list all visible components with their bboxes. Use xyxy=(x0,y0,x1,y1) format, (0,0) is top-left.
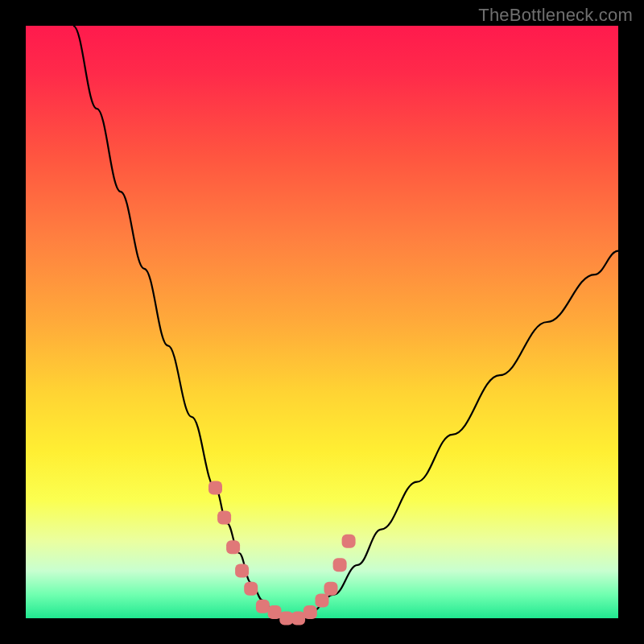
curve-marker xyxy=(244,582,258,596)
bottleneck-curve xyxy=(73,26,618,618)
curve-marker xyxy=(208,481,222,495)
curve-marker xyxy=(333,558,347,572)
curve-marker xyxy=(217,510,231,524)
curve-marker xyxy=(324,582,338,596)
marker-group xyxy=(208,481,356,625)
watermark-text: TheBottleneck.com xyxy=(478,5,633,26)
curve-marker xyxy=(291,612,305,625)
curve-marker xyxy=(235,564,249,578)
curve-marker xyxy=(268,605,282,619)
curve-marker xyxy=(342,535,356,548)
plot-area xyxy=(26,26,618,618)
curve-marker xyxy=(256,600,270,613)
curve-marker xyxy=(303,605,317,619)
curve-svg xyxy=(26,26,618,618)
outer-frame: TheBottleneck.com xyxy=(0,0,644,644)
curve-marker xyxy=(279,612,293,625)
curve-marker xyxy=(316,593,329,607)
curve-marker xyxy=(226,540,240,554)
